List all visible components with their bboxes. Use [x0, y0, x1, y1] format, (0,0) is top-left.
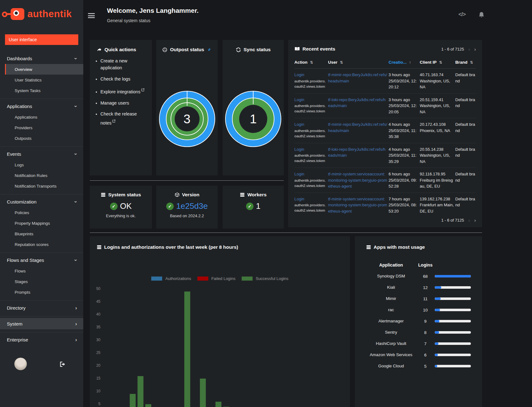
app-logins-count: 12: [416, 285, 435, 290]
recent-events-card: Recent events 1 - 6 of 7125 ‹ › Action⇅U…: [288, 40, 482, 227]
event-time-absolute: 25/03/2024, 08:53:20: [389, 202, 418, 214]
quick-actions-card: Quick actions Create a new applicationCh…: [90, 40, 152, 175]
pagination-prev-icon[interactable]: ‹: [468, 218, 470, 223]
notifications-bell-icon[interactable]: [478, 11, 485, 20]
legend-item-authorizations[interactable]: Authorizations: [151, 276, 191, 281]
version-value-link[interactable]: 1e25d3e: [176, 201, 208, 211]
sidebar-group-enterprise: Enterprise›: [0, 332, 83, 348]
event-user-link[interactable]: tf-mimir-repo:BeryJu/k8s:ref:refs/heads/…: [328, 122, 387, 133]
event-client-ip-cell: 20.172.43.108Phoenix, US, NA: [420, 121, 454, 140]
legend-item-failed-logins[interactable]: Failed Logins: [197, 276, 235, 281]
authentik-logo[interactable]: authentik: [0, 0, 83, 20]
event-action-link[interactable]: Login: [294, 122, 304, 127]
sidebar-item-notification-rules[interactable]: Notification Rules: [5, 170, 83, 181]
apps-usage-row: Alertmanager9: [366, 316, 471, 327]
sign-out-icon[interactable]: [59, 361, 66, 369]
sidebar-item-prompts[interactable]: Prompts: [5, 287, 83, 297]
event-creation-cell: 3 hours ago25/03/2024, 12:20:05: [389, 97, 418, 115]
event-user-link[interactable]: tf-mimir-system:serviceaccount:monitorin…: [328, 172, 387, 189]
sidebar-item-logs[interactable]: Logs: [5, 159, 83, 170]
sidebar-item-overview[interactable]: Overview: [5, 64, 83, 75]
sort-icon[interactable]: ⇅: [340, 60, 343, 65]
apps-usage-row: rac10: [366, 304, 471, 316]
sort-ascending-icon[interactable]: ↑: [409, 60, 411, 65]
event-action-link[interactable]: Login: [294, 172, 304, 176]
event-user-cell: tf-mimir-system:serviceaccount:monitorin…: [328, 171, 387, 189]
app-name: rac: [366, 307, 416, 313]
chart-bar-successful-logins: [215, 402, 221, 407]
authentik-logo-icon: [11, 8, 24, 20]
sidebar-item-stages[interactable]: Stages: [5, 276, 83, 287]
events-pagination-bottom: 1 - 6 of 7125 ‹ ›: [441, 218, 476, 223]
quick-action-check-the-release-notes[interactable]: Check the release notes: [100, 110, 148, 126]
event-action-link[interactable]: Login: [294, 197, 304, 201]
menu-toggle-icon[interactable]: [88, 13, 95, 19]
progress-bar-fill: [435, 365, 437, 367]
sidebar-item-reputation-scores[interactable]: Reputation scores: [5, 239, 83, 250]
sidebar-item-outposts[interactable]: Outposts: [5, 133, 83, 144]
event-action-cell: Loginauthentik.providers.oauth2.views.to…: [294, 146, 327, 165]
link-icon[interactable]: [207, 47, 212, 52]
quick-action-check-the-logs[interactable]: Check the logs: [100, 76, 148, 82]
quick-action-manage-users[interactable]: Manage users: [100, 100, 148, 106]
event-client-ip: 20.55.14.238: [420, 146, 454, 153]
sidebar-item-applications[interactable]: Applications: [5, 112, 83, 122]
y-axis-tick: 45: [91, 299, 100, 304]
sort-icon[interactable]: ⇅: [310, 60, 313, 65]
system-status-card: System status ✓ OK Everything is ok.: [90, 186, 152, 228]
sidebar-group-header-system[interactable]: System›: [0, 318, 83, 329]
sidebar-group-header-flows-and-stages[interactable]: Flows and Stages›: [0, 254, 83, 266]
sidebar-group-header-applications[interactable]: Applications›: [0, 101, 83, 112]
apps-usage-row: Kiali12: [366, 282, 471, 293]
event-action-link[interactable]: Login: [294, 97, 304, 102]
quick-action-explore-integrations[interactable]: Explore integrations: [100, 86, 148, 95]
event-brand-cell: Default brand: [455, 196, 476, 214]
server-icon: [366, 245, 371, 250]
sidebar-item-notification-transports[interactable]: Notification Transports: [5, 181, 83, 191]
avatar[interactable]: [14, 358, 27, 370]
event-action-cell: Loginauthentik.providers.oauth2.views.to…: [294, 97, 327, 115]
event-user-link[interactable]: tf-loki-repo:BeryJu/k8s:ref:refs/heads/m…: [328, 97, 385, 108]
quick-action-create-a-new-application[interactable]: Create a new application: [100, 57, 148, 71]
apps-usage-header: Application Logins: [366, 259, 471, 271]
event-action-context: authentik.providers.oauth2.views.token: [294, 79, 327, 90]
event-user-link[interactable]: tf-mimir-repo:BeryJu/k8s:ref:refs/heads/…: [328, 72, 387, 83]
api-browser-icon[interactable]: </>: [458, 11, 466, 18]
progress-bar: [435, 275, 471, 277]
event-action-link[interactable]: Login: [294, 147, 304, 152]
sidebar-item-providers[interactable]: Providers: [5, 122, 83, 133]
sidebar-group-header-directory[interactable]: Directory›: [0, 302, 83, 313]
pagination-prev-icon[interactable]: ‹: [468, 47, 470, 52]
sort-icon[interactable]: ⇅: [470, 60, 473, 65]
sort-icon[interactable]: ⇅: [439, 60, 442, 65]
progress-bar-fill: [435, 354, 438, 356]
event-action-context: authentik.providers.oauth2.views.token: [294, 153, 327, 164]
sidebar-group-header-dashboards[interactable]: Dashboards›: [0, 53, 83, 64]
event-row: Loginauthentik.providers.oauth2.views.to…: [294, 193, 476, 218]
sidebar-item-system-tasks[interactable]: System Tasks: [5, 85, 83, 96]
sidebar-group-header-events[interactable]: Events›: [0, 148, 83, 159]
event-time-relative: 4 hours ago: [389, 146, 418, 153]
chevron-right-icon: ›: [75, 337, 77, 342]
sidebar-item-user-statistics[interactable]: User Statistics: [5, 75, 83, 85]
event-user-link[interactable]: tf-loki-repo:BeryJu/k8s:ref:refs/heads/m…: [328, 147, 385, 158]
sidebar-group-header-enterprise[interactable]: Enterprise›: [0, 334, 83, 345]
recent-events-title: Recent events: [302, 46, 335, 52]
event-user-cell: tf-loki-repo:BeryJu/k8s:ref:refs/heads/m…: [328, 146, 387, 165]
sidebar-group-flows-and-stages: Flows and Stages›FlowsStagesPrompts: [0, 253, 83, 300]
sync-status-donut: 1: [225, 91, 281, 147]
sidebar-group-header-customization[interactable]: Customization›: [0, 196, 83, 207]
event-action-link[interactable]: Login: [294, 72, 304, 77]
legend-item-successful-logins[interactable]: Successful Logins: [242, 276, 288, 281]
pagination-next-icon[interactable]: ›: [474, 218, 476, 223]
user-interface-button[interactable]: User interface: [5, 34, 78, 45]
y-axis-tick: 10: [91, 389, 100, 393]
sidebar-item-blueprints[interactable]: Blueprints: [5, 228, 83, 239]
sidebar-item-flows[interactable]: Flows: [5, 266, 83, 276]
apps-column-logins: Logins: [416, 262, 435, 267]
event-user-link[interactable]: tf-mimir-system:serviceaccount:monitorin…: [328, 197, 387, 213]
sidebar-item-policies[interactable]: Policies: [5, 207, 83, 218]
pagination-next-icon[interactable]: ›: [474, 47, 476, 52]
sidebar-item-property-mappings[interactable]: Property Mappings: [5, 218, 83, 228]
authentik-admin-dashboard: authentik User interface Dashboards›Over…: [0, 0, 532, 407]
